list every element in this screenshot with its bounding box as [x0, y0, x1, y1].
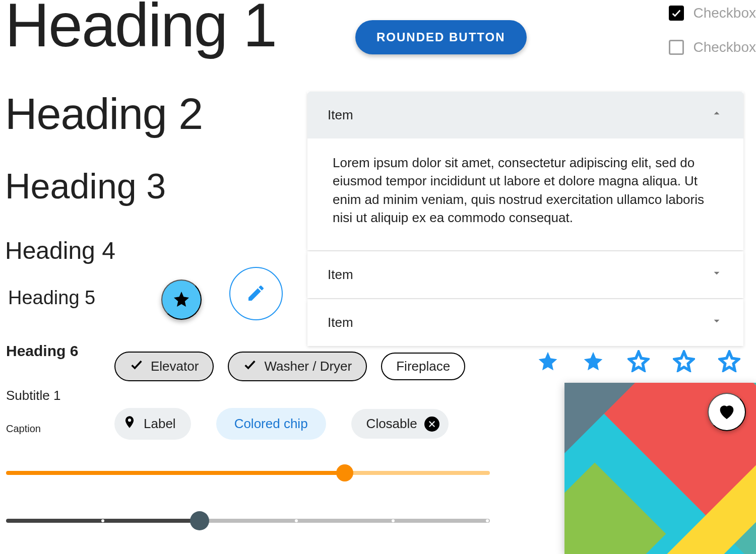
- chip-closable[interactable]: Closable: [351, 409, 449, 439]
- slider-tick: [295, 519, 298, 522]
- star-outline-icon[interactable]: [627, 350, 650, 372]
- star-outline-icon[interactable]: [673, 350, 695, 372]
- expansion-panel-2-header[interactable]: Item: [307, 251, 743, 298]
- expansion-panel-2: Item: [307, 251, 743, 298]
- card-shape: [564, 383, 635, 453]
- expansion-panel-1-title: Item: [328, 107, 353, 123]
- filter-chip-washer[interactable]: Washer / Dryer: [228, 352, 367, 381]
- checkbox-group: Checkbox Checkbox: [669, 5, 756, 55]
- favorite-button[interactable]: [708, 393, 746, 431]
- star-filled-icon[interactable]: [582, 350, 604, 372]
- slider-stepped[interactable]: [6, 519, 490, 523]
- filter-chip-washer-label: Washer / Dryer: [264, 359, 352, 374]
- slider-orange[interactable]: [6, 471, 490, 475]
- star-icon: [172, 290, 191, 310]
- slider-tick: [486, 519, 489, 522]
- heart-icon: [717, 401, 737, 423]
- subtitle-1: Subtitle 1: [6, 388, 60, 403]
- checkbox-1[interactable]: Checkbox: [669, 5, 756, 21]
- pencil-icon: [246, 283, 266, 305]
- heading-4: Heading 4: [5, 237, 115, 264]
- chip-colored-text: Colored chip: [234, 416, 308, 432]
- chip-label[interactable]: Label: [114, 408, 191, 440]
- chip-label-text: Label: [144, 416, 176, 432]
- expansion-panel-1-header[interactable]: Item: [307, 92, 743, 138]
- expansion-panel-3-header[interactable]: Item: [307, 299, 743, 346]
- filter-chip-elevator[interactable]: Elevator: [114, 352, 214, 381]
- expansion-panel-3-title: Item: [328, 315, 353, 330]
- filter-chip-elevator-label: Elevator: [151, 359, 199, 374]
- chevron-up-icon: [710, 107, 723, 123]
- checkbox-2-label: Checkbox: [693, 39, 756, 55]
- star-filled-icon[interactable]: [537, 350, 559, 372]
- slider-tick: [392, 519, 395, 522]
- checkbox-1-label: Checkbox: [693, 5, 756, 21]
- rounded-button[interactable]: ROUNDED BUTTON: [355, 20, 527, 54]
- check-icon: [130, 358, 144, 375]
- fab-star-button[interactable]: [161, 280, 202, 320]
- chevron-down-icon: [710, 266, 723, 283]
- filter-chip-group: Elevator Washer / Dryer Fireplace: [114, 352, 465, 381]
- slider-orange-thumb[interactable]: [336, 464, 353, 481]
- fab-edit-button[interactable]: [229, 267, 283, 320]
- heading-3: Heading 3: [5, 166, 166, 206]
- checkbox-unchecked-icon: [669, 40, 684, 55]
- star-rating[interactable]: [537, 350, 740, 372]
- heading-6: Heading 6: [6, 342, 78, 360]
- chip-colored[interactable]: Colored chip: [216, 408, 326, 440]
- chip-closable-text: Closable: [366, 416, 417, 432]
- checkbox-2[interactable]: Checkbox: [669, 39, 756, 55]
- expansion-panel-3: Item: [307, 299, 743, 346]
- expansion-panel-group: Item Lorem ipsum dolor sit amet, consect…: [307, 92, 743, 347]
- heading-1: Heading 1: [5, 0, 276, 60]
- chevron-down-icon: [710, 314, 723, 331]
- expansion-panel-1: Item Lorem ipsum dolor sit amet, consect…: [307, 92, 743, 250]
- expansion-panel-2-title: Item: [328, 267, 353, 283]
- expansion-panel-1-body: Lorem ipsum dolor sit amet, consectetur …: [307, 138, 743, 250]
- check-icon: [243, 358, 257, 375]
- image-card[interactable]: [564, 383, 756, 554]
- filter-chip-fireplace-label: Fireplace: [396, 359, 450, 374]
- close-icon[interactable]: [424, 417, 439, 432]
- chip-group: Label Colored chip Closable: [114, 408, 449, 440]
- location-icon: [122, 415, 137, 433]
- star-outline-icon[interactable]: [718, 350, 740, 372]
- checkbox-checked-icon: [669, 6, 684, 21]
- heading-5: Heading 5: [8, 287, 95, 309]
- slider-stepped-thumb[interactable]: [190, 511, 209, 530]
- filter-chip-fireplace[interactable]: Fireplace: [381, 353, 465, 380]
- slider-tick: [101, 519, 104, 522]
- heading-2: Heading 2: [5, 88, 203, 140]
- caption-text: Caption: [6, 423, 41, 435]
